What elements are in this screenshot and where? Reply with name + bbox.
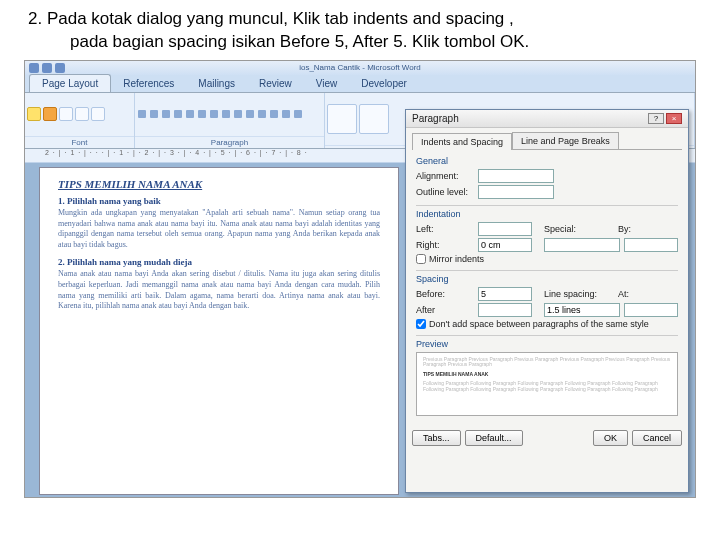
indent-right-input[interactable] bbox=[478, 238, 532, 252]
tab-references[interactable]: References bbox=[111, 75, 186, 92]
borders-icon[interactable] bbox=[294, 110, 302, 118]
tab-review[interactable]: Review bbox=[247, 75, 304, 92]
no-add-space-checkbox[interactable] bbox=[416, 319, 426, 329]
preview-previous: Previous Paragraph Previous Paragraph Pr… bbox=[423, 357, 671, 368]
doc-title: TIPS MEMILIH NAMA ANAK bbox=[58, 178, 380, 190]
alignment-combo[interactable] bbox=[478, 169, 554, 183]
instruction-line2: pada bagian spacing isikan Before 5, Aft… bbox=[28, 31, 690, 54]
close-icon[interactable]: × bbox=[666, 113, 682, 124]
list-icon[interactable] bbox=[150, 110, 158, 118]
spacing-after-input[interactable] bbox=[478, 303, 532, 317]
window-title: ios_Nama Cantik - Microsoft Word bbox=[299, 63, 421, 72]
help-icon[interactable]: ? bbox=[648, 113, 664, 124]
tab-developer[interactable]: Developer bbox=[349, 75, 419, 92]
tab-view[interactable]: View bbox=[304, 75, 350, 92]
indent-special-combo[interactable] bbox=[544, 238, 620, 252]
indent-left-label: Left: bbox=[416, 224, 474, 234]
align-justify-icon[interactable] bbox=[258, 110, 266, 118]
doc-p1: Mungkin ada ungkapan yang menyatakan "Ap… bbox=[58, 208, 380, 251]
group-paragraph-label: Paragraph bbox=[135, 136, 324, 148]
ok-button[interactable]: OK bbox=[593, 430, 628, 446]
quick-access-toolbar[interactable] bbox=[29, 63, 65, 73]
indent-left-input[interactable] bbox=[478, 222, 532, 236]
shading-icon[interactable] bbox=[282, 110, 290, 118]
section-spacing: Spacing bbox=[416, 274, 678, 284]
line-spacing-label: Line spacing: bbox=[544, 289, 614, 299]
ribbon-tabs: Page Layout References Mailings Review V… bbox=[25, 75, 695, 93]
word-screenshot: ios_Nama Cantik - Microsoft Word Page La… bbox=[24, 60, 696, 498]
outline-combo[interactable] bbox=[478, 185, 554, 199]
outline-label: Outline level: bbox=[416, 187, 474, 197]
font-color-icon[interactable] bbox=[43, 107, 57, 121]
style-icon[interactable] bbox=[327, 104, 357, 134]
qat-icon[interactable] bbox=[42, 63, 52, 73]
qat-icon[interactable] bbox=[29, 63, 39, 73]
doc-h1: Pilihlah nama yang baik bbox=[67, 196, 161, 206]
tab-page-layout[interactable]: Page Layout bbox=[29, 74, 111, 92]
sort-icon[interactable] bbox=[198, 110, 206, 118]
ribbon-icon[interactable] bbox=[59, 107, 73, 121]
tabs-button[interactable]: Tabs... bbox=[412, 430, 461, 446]
style-icon[interactable] bbox=[359, 104, 389, 134]
title-bar: ios_Nama Cantik - Microsoft Word bbox=[25, 61, 695, 75]
paragraph-dialog: Paragraph ? × Indents and Spacing Line a… bbox=[405, 109, 689, 493]
indent-by-label: By: bbox=[618, 224, 676, 234]
align-left-icon[interactable] bbox=[222, 110, 230, 118]
highlight-icon[interactable] bbox=[27, 107, 41, 121]
spacing-before-input[interactable] bbox=[478, 287, 532, 301]
indent-icon[interactable] bbox=[186, 110, 194, 118]
indent-icon[interactable] bbox=[174, 110, 182, 118]
indent-right-label: Right: bbox=[416, 240, 474, 250]
dialog-title: Paragraph bbox=[412, 113, 459, 124]
spacing-after-label: After bbox=[416, 305, 474, 315]
ribbon-icon[interactable] bbox=[91, 107, 105, 121]
indent-special-label: Special: bbox=[544, 224, 614, 234]
list-icon[interactable] bbox=[162, 110, 170, 118]
section-indentation: Indentation bbox=[416, 209, 678, 219]
no-add-space-label: Don't add space between paragraphs of th… bbox=[429, 319, 649, 329]
group-font-label: Font bbox=[25, 136, 134, 148]
preview-box: Previous Paragraph Previous Paragraph Pr… bbox=[416, 352, 678, 416]
align-center-icon[interactable] bbox=[234, 110, 242, 118]
list-icon[interactable] bbox=[138, 110, 146, 118]
qat-icon[interactable] bbox=[55, 63, 65, 73]
preview-sample: TIPS MEMILIH NAMA ANAK bbox=[423, 372, 671, 378]
dialog-titlebar[interactable]: Paragraph ? × bbox=[406, 110, 688, 128]
line-spacing-combo[interactable] bbox=[544, 303, 620, 317]
instruction-line1: Pada kotak dialog yang muncul, Klik tab … bbox=[47, 9, 514, 28]
tab-indents-spacing[interactable]: Indents and Spacing bbox=[412, 133, 512, 150]
document-page[interactable]: TIPS MEMILIH NAMA ANAK 1. Pilihlah nama … bbox=[39, 167, 399, 495]
doc-h2-num: 2. bbox=[58, 257, 65, 267]
ribbon-icon[interactable] bbox=[75, 107, 89, 121]
cancel-button[interactable]: Cancel bbox=[632, 430, 682, 446]
doc-h1-num: 1. bbox=[58, 196, 65, 206]
line-spacing-icon[interactable] bbox=[270, 110, 278, 118]
preview-following: Following Paragraph Following Paragraph … bbox=[423, 381, 671, 392]
spacing-at-label: At: bbox=[618, 289, 676, 299]
mirror-indents-checkbox[interactable] bbox=[416, 254, 426, 264]
doc-p2: Nama anak atau nama bayi Anda akan serin… bbox=[58, 269, 380, 312]
default-button[interactable]: Default... bbox=[465, 430, 523, 446]
spacing-at-input[interactable] bbox=[624, 303, 678, 317]
mirror-indents-label: Mirror indents bbox=[429, 254, 484, 264]
doc-h2: Pilihlah nama yang mudah dieja bbox=[67, 257, 192, 267]
alignment-label: Alignment: bbox=[416, 171, 474, 181]
instruction-number: 2. bbox=[28, 9, 42, 28]
section-general: General bbox=[416, 156, 678, 166]
instruction-text: 2. Pada kotak dialog yang muncul, Klik t… bbox=[0, 0, 720, 60]
spacing-before-label: Before: bbox=[416, 289, 474, 299]
tab-mailings[interactable]: Mailings bbox=[186, 75, 247, 92]
section-preview: Preview bbox=[416, 339, 678, 349]
indent-by-input[interactable] bbox=[624, 238, 678, 252]
tab-line-page-breaks[interactable]: Line and Page Breaks bbox=[512, 132, 619, 149]
align-right-icon[interactable] bbox=[246, 110, 254, 118]
pilcrow-icon[interactable] bbox=[210, 110, 218, 118]
